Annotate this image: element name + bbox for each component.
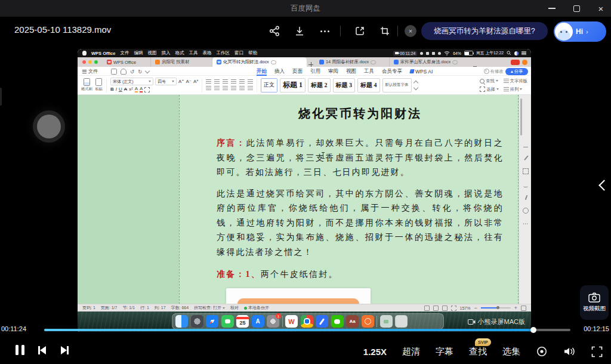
share-button[interactable] [268,24,281,38]
paste-button[interactable]: 粘贴 [95,78,103,92]
find-button[interactable]: 查找 [480,78,499,84]
sidebar-tool-history-icon[interactable] [523,208,529,214]
ai-assistant-button[interactable]: Hi › [554,21,606,42]
justify-icon[interactable] [231,86,236,91]
recording-timer-badge[interactable]: 00:11:24 [393,51,417,56]
save-icon[interactable] [111,69,117,75]
menubar-app-name[interactable]: WPS Office [91,51,115,56]
sidebar-tool-ruler-icon[interactable] [523,147,528,147]
ai-search-pill[interactable]: 烧画冥币转为羊财法源自哪里? [421,22,548,40]
notification-list-icon[interactable] [521,51,526,55]
font-name-combo[interactable]: 宋体 (正文) [110,78,153,85]
fullscreen-button[interactable] [591,346,603,357]
align-right-icon[interactable] [223,86,228,91]
playback-speed-button[interactable]: 1.25X [363,347,387,357]
new-tab-button[interactable] [308,62,313,67]
style-heading-1[interactable]: 标题 1 [280,78,306,92]
status-spellcheck[interactable]: 拼写检查: 打开 [194,305,225,311]
shading-color-icon[interactable] [239,86,245,91]
number-list-icon[interactable] [214,79,220,84]
dock-notes-icon[interactable] [316,315,328,328]
sort-icon[interactable] [248,79,253,84]
dock-folder-icon[interactable] [380,315,393,328]
sidebar-tool-pen-icon[interactable] [524,156,529,161]
dock-chrome-icon[interactable] [301,315,313,328]
dismiss-search-button[interactable]: × [405,25,416,37]
outdent-icon[interactable] [223,79,228,84]
clear-format-button[interactable]: A˟ [193,79,198,84]
menu-help[interactable]: 帮助 [248,50,257,56]
ribbon-tab-view[interactable]: 视图 [346,67,356,76]
sidebar-tool-stamp-icon[interactable] [525,195,528,200]
left-edge-handle[interactable] [0,88,2,106]
previous-button[interactable] [38,346,46,354]
doc-tab-2[interactable]: 14 周阳春补财库.docx [315,57,390,67]
sidebar-tool-select-icon[interactable] [523,168,529,174]
wps-home-tab[interactable]: W WPS Office [103,57,151,67]
zoom-in-button[interactable]: + [514,306,517,311]
record-dot-icon[interactable] [420,52,423,55]
doc-tab-1[interactable]: 房阳宅 找素材 [151,57,212,67]
style-default-font[interactable]: 默认段落字体 [382,78,412,92]
ribbon-tab-review[interactable]: 审阅 [328,67,338,76]
dock-trash-icon[interactable] [395,315,408,328]
redo-icon[interactable]: ↻ [138,69,142,75]
zoom-slider-knob[interactable] [496,306,499,309]
arrange-button[interactable]: 排列 [504,87,527,92]
more-button[interactable] [318,24,331,38]
sidebar-tool-more-icon[interactable] [523,221,528,226]
progress-bar[interactable] [44,329,570,331]
view-mode-web-icon[interactable] [433,306,439,311]
maximize-button[interactable] [565,0,588,17]
ribbon-tab-page[interactable]: 页面 [292,67,303,76]
document-scrollbar[interactable] [520,98,523,135]
doc-tab-3[interactable]: 家拜茅山军人督身法.docx [390,57,472,67]
select-button[interactable]: 选择 [480,87,499,92]
dock-wechat-icon[interactable] [331,315,344,328]
video-screenshot-button[interactable]: 视频截图 [580,285,609,320]
panel-collapse-chevron-icon[interactable] [598,180,609,190]
border-icon[interactable] [248,86,253,91]
status-word-count[interactable]: 字数: 664 [171,305,189,311]
close-button[interactable]: × [590,0,611,17]
fit-page-icon[interactable] [451,306,456,311]
display-status-icon[interactable] [432,52,435,55]
align-center-icon[interactable] [214,86,220,91]
wps-share-button[interactable]: 分享 [505,68,528,75]
player-settings-button[interactable] [536,346,548,357]
episodes-button[interactable]: 选集 [502,346,520,357]
indent-icon[interactable] [231,79,236,84]
print-icon[interactable] [121,69,126,75]
find-in-video-button[interactable]: SVIP 查找 [469,346,487,357]
quick-access-chevron-icon[interactable] [145,68,150,73]
zoom-percent[interactable]: 157% [460,306,471,310]
bullet-list-icon[interactable] [206,79,211,84]
zoom-slider[interactable] [481,307,511,309]
dock-appstore-icon[interactable]: A [252,315,264,328]
sidebar-tool-signature-icon[interactable] [523,182,528,187]
download-button[interactable] [293,24,306,38]
next-button[interactable] [61,346,69,354]
doc-tab-active[interactable]: W 化冥币转为阳财法.docx [212,57,307,67]
bold-button[interactable]: B [110,87,114,92]
minimize-button[interactable] [541,0,563,17]
increase-font-button[interactable]: A⁺ [178,79,184,84]
pause-button[interactable] [16,345,24,355]
dock-settings-icon[interactable]: 1 [267,315,279,328]
menu-format[interactable]: 格式 [175,50,184,56]
menubar-clock[interactable]: 周五 上午12:22 [476,50,504,56]
view-mode-outline-icon[interactable] [442,306,448,311]
stop-record-icon[interactable] [426,52,429,55]
menu-view[interactable]: 视图 [147,50,156,56]
promo-red-badge-icon[interactable] [511,60,520,65]
status-backup[interactable]: 本地备份开 [244,305,269,311]
control-center-icon[interactable] [514,51,519,55]
ribbon-tab-insert[interactable]: 插入 [274,67,285,76]
menu-tools[interactable]: 工具 [189,50,198,56]
undo-icon[interactable]: ↺ [130,69,134,75]
strikethrough-button[interactable]: A [124,87,127,92]
crop-button[interactable] [378,24,391,38]
dock-wps-icon[interactable]: W [285,315,298,328]
mac-zoom-icon[interactable] [94,60,98,64]
highlight-color-button[interactable]: A [135,87,138,92]
